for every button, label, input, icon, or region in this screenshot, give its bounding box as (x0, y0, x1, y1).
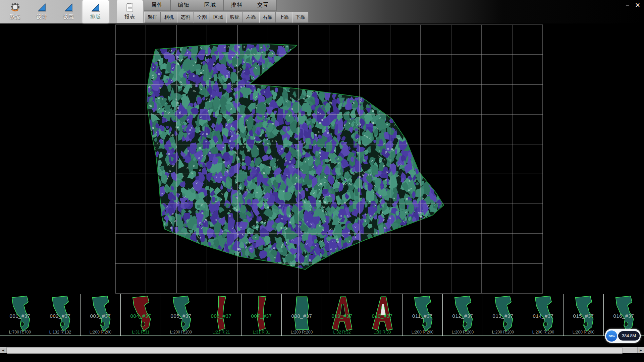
piece-thumbnail[interactable]: 004_#37 L:31 R:31 (121, 294, 161, 336)
main-toolbar: 系统 设计 设置 (2, 0, 144, 23)
piece-thumbnail[interactable]: 005_#37 L:200 R:200 (161, 294, 201, 336)
tool-button[interactable]: 下靠 (292, 12, 309, 23)
piece-name: 012_#37 (443, 313, 483, 319)
piece-lr-count: L:200 R:200 (523, 330, 563, 335)
settings-icon (63, 1, 75, 13)
piece-lr-count: L:200 R:200 (80, 330, 120, 335)
main-button-label: 系统 (10, 14, 20, 20)
piece-name: 005_#37 (161, 313, 201, 319)
scroll-right-arrow-icon[interactable]: ► (637, 347, 644, 353)
report-icon (124, 1, 136, 13)
scroll-left-arrow-icon[interactable]: ◄ (0, 347, 7, 353)
piece-thumbnail[interactable]: 013_#37 L:200 R:200 (483, 294, 523, 336)
piece-name: 011_#37 (402, 313, 442, 319)
menu-area: 属性编辑区域排料交互 聚排相机选割全割区域瑕疵左靠右靠上靠下靠 (144, 0, 309, 23)
main-button-label: 排版 (90, 14, 101, 20)
menu-tab[interactable]: 区域 (197, 0, 224, 11)
main-button-settings[interactable]: 设置 (56, 0, 82, 23)
menu-tab[interactable]: 属性 (144, 0, 171, 11)
piece-name: 015_#37 (564, 313, 603, 319)
memory-indicator: 384.8M (618, 331, 640, 341)
piece-thumbnail[interactable]: 002_#37 L:132 R:132 (40, 294, 80, 336)
piece-thumbnail[interactable]: 009_#37 L:32 R:32 (322, 294, 362, 336)
nesting-drawing (0, 23, 644, 294)
progress-badge: 38% (606, 330, 617, 342)
design-icon (36, 1, 48, 13)
piece-thumbnail[interactable]: 008_#37 L:200 R:200 (282, 294, 322, 336)
menu-tab[interactable]: 排料 (224, 0, 250, 11)
piece-name: 013_#37 (483, 313, 523, 319)
piece-lr-count: L:200 R:200 (483, 330, 523, 335)
layout-icon (90, 1, 102, 13)
tool-button[interactable]: 全割 (194, 12, 210, 23)
tool-button[interactable]: 瑕疵 (226, 12, 243, 23)
main-button-label: 设计 (37, 14, 47, 20)
status-widget: 38% 384.8M (605, 329, 641, 343)
tool-button[interactable]: 左靠 (243, 12, 259, 23)
close-button[interactable]: ✕ (633, 1, 642, 9)
scrollbar-thumb[interactable] (7, 347, 623, 354)
main-button-label: 报表 (124, 14, 135, 20)
piece-thumbnail[interactable]: 003_#37 L:200 R:200 (80, 294, 121, 336)
main-button-design[interactable]: 设计 (29, 0, 55, 23)
minimize-button[interactable]: – (623, 1, 632, 9)
piece-name: 009_#37 (322, 313, 362, 319)
piece-name: 007_#37 (241, 313, 281, 319)
piece-thumbnail[interactable]: 007_#37 L:31 R:31 (241, 294, 282, 336)
tool-button[interactable]: 区域 (210, 12, 226, 23)
piece-name: 001_#37 (0, 313, 40, 319)
piece-lr-count: L:200 R:200 (282, 330, 322, 335)
piece-lr-count: L:200 R:200 (564, 330, 603, 335)
piece-name: 010_#37 (362, 313, 402, 319)
piece-name: 004_#37 (121, 313, 161, 319)
piece-thumbnail[interactable]: 014_#37 L:200 R:200 (523, 294, 564, 336)
horizontal-scrollbar[interactable]: ◄ ► (0, 347, 644, 353)
piece-lr-count: L:31 R:31 (241, 330, 281, 335)
piece-name: 006_#37 (201, 313, 241, 319)
piece-lr-count: L:31 R:31 (121, 330, 161, 335)
menu-tab[interactable]: 交互 (250, 0, 277, 11)
menu-tabs: 属性编辑区域排料交互 (144, 0, 309, 11)
piece-lr-count: L:33 R:33 (362, 330, 402, 335)
piece-thumbnail[interactable]: 012_#37 L:200 R:200 (443, 294, 483, 336)
piece-name: 014_#37 (523, 313, 563, 319)
nesting-canvas[interactable] (0, 23, 644, 294)
piece-name: 002_#37 (40, 313, 80, 319)
tool-button[interactable]: 上靠 (276, 12, 292, 23)
tool-buttons-row: 聚排相机选割全割区域瑕疵左靠右靠上靠下靠 (144, 11, 309, 23)
piece-lr-count: L:700 R:700 (0, 330, 40, 335)
main-button-label: 设置 (63, 14, 74, 20)
main-button-layout[interactable]: 排版 (83, 0, 109, 23)
piece-lr-count: L:21 R:21 (201, 330, 241, 335)
piece-thumbnail[interactable]: 006_#37 L:21 R:21 (201, 294, 241, 336)
menu-tab[interactable]: 编辑 (171, 0, 197, 11)
main-button-report[interactable]: 报表 (117, 0, 143, 23)
piece-thumbnail[interactable]: 015_#37 L:200 R:200 (564, 294, 604, 336)
piece-lr-count: L:200 R:200 (161, 330, 201, 335)
piece-thumbnail[interactable]: 001_#37 L:700 R:700 (0, 294, 40, 336)
top-toolbar: 系统 设计 设置 (0, 0, 644, 23)
gear-icon (9, 1, 21, 13)
main-button-system[interactable]: 系统 (2, 0, 28, 23)
piece-name: 008_#37 (282, 313, 322, 319)
tool-button[interactable]: 聚排 (144, 12, 161, 23)
piece-name: 003_#37 (80, 313, 120, 319)
piece-thumbnail[interactable]: 010_#37 L:33 R:33 (362, 294, 402, 336)
piece-lr-count: L:200 R:200 (443, 330, 483, 335)
tool-button[interactable]: 相机 (161, 12, 177, 23)
piece-lr-count: L:32 R:32 (322, 330, 362, 335)
tool-button[interactable]: 选割 (177, 12, 194, 23)
tool-button[interactable]: 右靠 (259, 12, 276, 23)
piece-thumbnail[interactable]: 011_#37 L:200 R:200 (402, 294, 443, 336)
piece-lr-count: L:200 R:200 (402, 330, 442, 335)
piece-lr-count: L:132 R:132 (40, 330, 80, 335)
piece-name: 016_#37 (604, 313, 644, 319)
pieces-strip: 001_#37 L:700 R:700 002_#37 L:132 R:132 … (0, 294, 644, 336)
